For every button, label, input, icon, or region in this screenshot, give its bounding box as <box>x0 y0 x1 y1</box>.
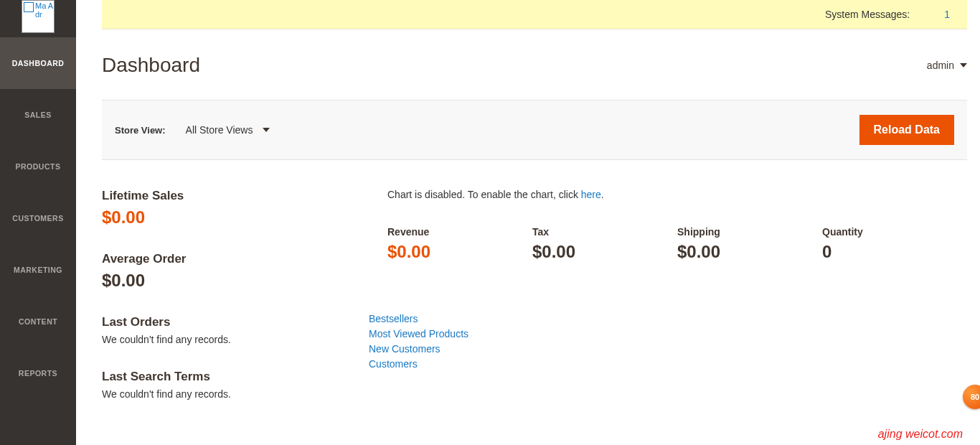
metric-shipping-value: $0.00 <box>677 242 822 262</box>
right-column: Chart is disabled. To enable the chart, … <box>387 189 967 424</box>
metric-tax: Tax $0.00 <box>532 226 677 262</box>
store-view-selector[interactable]: All Store Views <box>186 124 270 136</box>
tab-customers[interactable]: Customers <box>369 357 967 371</box>
nav-reports[interactable]: REPORTS <box>0 347 76 399</box>
user-name: admin <box>927 60 954 71</box>
last-search-terms-empty: We couldn't find any records. <box>102 388 387 400</box>
last-search-terms-block: Last Search Terms We couldn't find any r… <box>102 370 387 400</box>
metric-revenue-label: Revenue <box>387 226 532 238</box>
metric-revenue-value: $0.00 <box>387 242 532 262</box>
chevron-down-icon <box>263 128 270 132</box>
store-view-value: All Store Views <box>186 124 253 136</box>
system-messages-label: System Messages: <box>825 9 910 20</box>
nav-dashboard[interactable]: DASHBOARD <box>0 37 76 89</box>
watermark: ajing weicot.com <box>878 428 963 441</box>
metric-revenue: Revenue $0.00 <box>387 226 532 262</box>
tab-bestsellers[interactable]: Bestsellers <box>369 312 967 326</box>
user-menu[interactable]: admin <box>927 60 967 71</box>
metric-quantity-label: Quantity <box>822 226 967 238</box>
average-order-value: $0.00 <box>102 271 387 291</box>
store-view-label: Store View: <box>115 125 166 136</box>
last-orders-empty: We couldn't find any records. <box>102 334 387 345</box>
tab-new-customers[interactable]: New Customers <box>369 342 967 356</box>
nav-content[interactable]: CONTENT <box>0 296 76 347</box>
reload-data-button[interactable]: Reload Data <box>859 115 954 145</box>
nav-sales[interactable]: SALES <box>0 89 76 141</box>
left-column: Lifetime Sales $0.00 Average Order $0.00… <box>102 189 387 424</box>
lifetime-sales-value: $0.00 <box>102 207 387 228</box>
lifetime-sales-block: Lifetime Sales $0.00 <box>102 189 387 228</box>
system-messages-count[interactable]: 1 <box>944 9 950 20</box>
nav-customers[interactable]: CUSTOMERS <box>0 192 76 244</box>
store-toolbar: Store View: All Store Views Reload Data <box>102 100 967 160</box>
last-search-terms-title: Last Search Terms <box>102 370 387 384</box>
nav-marketing[interactable]: MARKETING <box>0 244 76 296</box>
tab-most-viewed[interactable]: Most Viewed Products <box>369 327 967 341</box>
metrics-row: Revenue $0.00 Tax $0.00 Shipping $0.00 <box>387 226 967 262</box>
metric-shipping: Shipping $0.00 <box>677 226 822 262</box>
metric-tax-label: Tax <box>532 226 677 238</box>
chart-msg-prefix: Chart is disabled. To enable the chart, … <box>387 189 581 200</box>
system-messages-bar[interactable]: System Messages: 1 <box>102 0 967 29</box>
metric-quantity: Quantity 0 <box>822 226 967 262</box>
page-title: Dashboard <box>102 54 200 77</box>
chart-enable-link[interactable]: here <box>581 189 601 200</box>
chart-disabled-message: Chart is disabled. To enable the chart, … <box>387 189 967 200</box>
chart-msg-suffix: . <box>601 189 604 200</box>
metric-quantity-value: 0 <box>822 242 967 262</box>
logo[interactable]: Ma Adr <box>22 0 55 33</box>
average-order-block: Average Order $0.00 <box>102 252 387 291</box>
metric-shipping-label: Shipping <box>677 226 822 238</box>
lifetime-sales-title: Lifetime Sales <box>102 189 387 203</box>
nav-products[interactable]: PRODUCTS <box>0 141 76 192</box>
last-orders-title: Last Orders <box>102 315 387 329</box>
sidebar: Ma Adr DASHBOARD SALES PRODUCTS CUSTOMER… <box>0 0 76 445</box>
main-content: System Messages: 1 Dashboard admin Store… <box>76 0 980 445</box>
chevron-down-icon <box>960 63 967 67</box>
average-order-title: Average Order <box>102 252 387 266</box>
last-orders-block: Last Orders We couldn't find any records… <box>102 315 387 345</box>
metric-tax-value: $0.00 <box>532 242 677 262</box>
tab-links: Bestsellers Most Viewed Products New Cus… <box>369 312 967 371</box>
